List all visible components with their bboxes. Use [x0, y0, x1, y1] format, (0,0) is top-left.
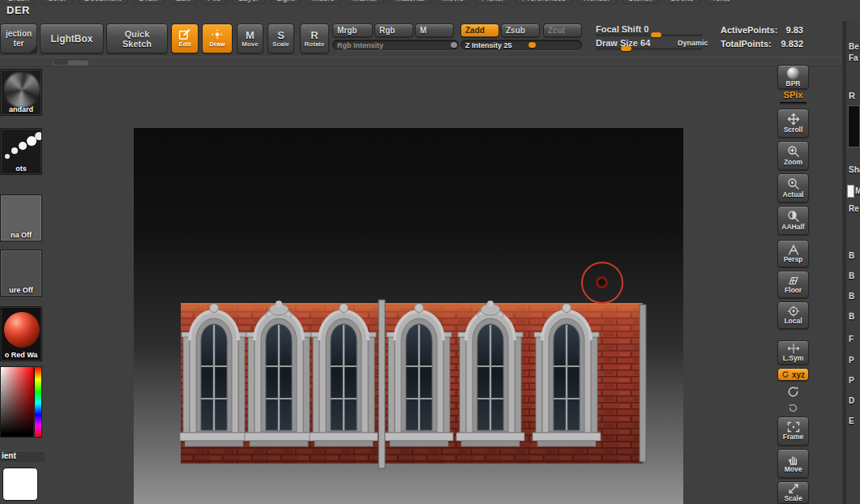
zsub-button[interactable]: Zsub — [501, 23, 540, 37]
draw-button[interactable]: Draw — [202, 23, 233, 53]
lsym-button[interactable]: L.Sym — [777, 340, 809, 365]
scale-gizmo-button[interactable]: S Scale — [267, 23, 294, 53]
tray-resize-handle[interactable] — [53, 60, 68, 65]
focal-shift-handle[interactable] — [651, 32, 661, 37]
menu-item[interactable]: Picker — [475, 0, 511, 4]
draw-size-handle[interactable] — [621, 46, 631, 51]
spix-slider[interactable] — [780, 102, 807, 105]
rotate-clockwise-button[interactable] — [783, 383, 802, 399]
tray-thumbnail-dark[interactable] — [848, 105, 860, 147]
menu-item[interactable]: Movie — [436, 0, 471, 4]
menu-item[interactable]: File — [201, 0, 227, 4]
tray-resize-slider[interactable] — [52, 59, 89, 66]
move-letter-icon: M — [246, 30, 255, 41]
mrgb-button[interactable]: Mrgb — [332, 23, 373, 37]
z-intensity-slider[interactable]: Z Intensity 25 — [460, 40, 582, 50]
tray-partial-label[interactable]: B — [849, 251, 854, 260]
tray-partial-label[interactable]: P — [849, 356, 854, 365]
focal-shift-slider[interactable]: Focal Shift 0 — [596, 24, 648, 34]
tray-partial-label[interactable]: Fa — [849, 53, 858, 62]
tray-partial-label[interactable]: B — [849, 292, 854, 301]
standard-brush-swirl-icon — [4, 72, 40, 108]
rotate-counterclockwise-button[interactable] — [783, 400, 802, 415]
bpr-render-button[interactable]: BPR — [777, 65, 809, 89]
menu-item[interactable]: Preferences — [516, 0, 572, 4]
tray-partial-label[interactable]: R — [849, 91, 855, 100]
m-button[interactable]: M — [415, 23, 454, 37]
rgb-intensity-slider[interactable]: Rgb Intensity — [332, 40, 459, 50]
menu-item[interactable]: Material — [389, 0, 431, 4]
menu-item[interactable]: Texture — [705, 0, 730, 4]
menu-item[interactable]: Macro — [306, 0, 341, 4]
zoom-button[interactable]: Zoom — [777, 141, 809, 170]
current-material-thumbnail[interactable]: o Red Wa — [0, 306, 42, 361]
menu-item[interactable]: Document — [78, 0, 128, 4]
floor-grid-button[interactable]: Floor — [777, 271, 809, 298]
tray-thumbnail-white[interactable] — [847, 185, 854, 198]
spix-button[interactable]: SPix — [777, 90, 809, 100]
lightbox-label: LightBox — [51, 33, 93, 45]
quick-sketch-button[interactable]: Quick Sketch — [106, 23, 168, 53]
frame-button[interactable]: Frame — [777, 416, 809, 446]
scale-canvas-button[interactable]: Scale — [777, 481, 809, 504]
toolbar-divider-strip — [0, 57, 860, 66]
tray-partial-label[interactable]: P — [849, 376, 854, 385]
lightbox-button[interactable]: LightBox — [40, 23, 104, 53]
menu-item[interactable]: Layer — [232, 0, 265, 4]
draw-label: Draw — [209, 41, 225, 48]
zcut-button[interactable]: Zcut — [543, 23, 582, 37]
menu-item[interactable]: Stroke — [664, 0, 700, 4]
rgb-intensity-handle[interactable] — [451, 42, 457, 48]
local-pivot-button[interactable]: Local — [777, 301, 809, 329]
tray-partial-label[interactable]: B — [849, 271, 854, 280]
current-stroke-thumbnail[interactable]: ots — [0, 128, 42, 175]
rgb-label: Rgb — [379, 26, 395, 35]
edit-button[interactable]: Edit — [171, 23, 199, 53]
tray-partial-label[interactable]: B — [849, 312, 854, 321]
menu-item[interactable]: Stencil — [622, 0, 659, 4]
aahalf-button[interactable]: AAHalf — [777, 206, 809, 235]
current-alpha-thumbnail[interactable]: na Off — [0, 194, 42, 241]
z-intensity-handle[interactable] — [528, 42, 536, 48]
move-gizmo-button[interactable]: M Move — [237, 23, 263, 53]
focal-shift-track[interactable] — [596, 34, 703, 36]
viewport-canvas[interactable] — [134, 128, 683, 504]
draw-size-track[interactable] — [596, 48, 703, 50]
color-saturation-square[interactable] — [1, 367, 33, 437]
color-hue-strip[interactable] — [35, 367, 42, 437]
menu-item[interactable]: Draw — [133, 0, 165, 4]
xyz-rotate-button[interactable]: xyz — [777, 368, 809, 381]
gradient-toggle[interactable]: ient — [0, 451, 45, 462]
menu-item[interactable]: Render — [577, 0, 617, 4]
dynamic-toggle[interactable]: Dynamic — [678, 39, 708, 47]
tray-partial-label[interactable]: Be — [849, 42, 859, 51]
quick-sketch-label-2: Sketch — [122, 39, 152, 49]
menu-item[interactable]: Color — [41, 0, 73, 4]
tray-partial-label[interactable]: Re — [849, 204, 859, 213]
tray-partial-label[interactable]: Sha — [849, 165, 860, 174]
rotate-gizmo-button[interactable]: R Rotate — [300, 23, 329, 53]
brush-cursor-center — [596, 276, 608, 288]
menu-item[interactable]: Light — [270, 0, 301, 4]
alpha-thumbnail-label: na Off — [1, 231, 41, 239]
menu-bar: BrushColorDocumentDrawEditFileLayerLight… — [0, 0, 730, 5]
tray-partial-label[interactable]: D — [849, 396, 854, 405]
scroll-button[interactable]: Scroll — [777, 109, 809, 138]
rgb-button[interactable]: Rgb — [374, 23, 413, 37]
secondary-color-swatch[interactable] — [2, 468, 38, 501]
tray-partial-label[interactable]: M — [855, 186, 860, 195]
move-canvas-button[interactable]: Move — [777, 449, 809, 478]
current-brush-thumbnail[interactable]: andard — [0, 69, 42, 116]
draw-icon — [211, 29, 224, 41]
material-thumbnail-label: o Red Wa — [1, 351, 41, 359]
current-texture-thumbnail[interactable]: ure Off — [0, 250, 42, 297]
perspective-button[interactable]: Persp — [777, 240, 809, 267]
scale-letter-icon: S — [277, 30, 285, 41]
menu-item[interactable]: Edit — [169, 0, 196, 4]
actual-size-button[interactable]: Actual — [777, 173, 809, 203]
menu-item[interactable]: Marker — [346, 0, 384, 4]
tray-partial-label[interactable]: E — [849, 416, 854, 425]
color-picker[interactable] — [0, 366, 42, 438]
tray-partial-label[interactable]: F — [849, 335, 854, 344]
zadd-button[interactable]: Zadd — [460, 23, 499, 37]
